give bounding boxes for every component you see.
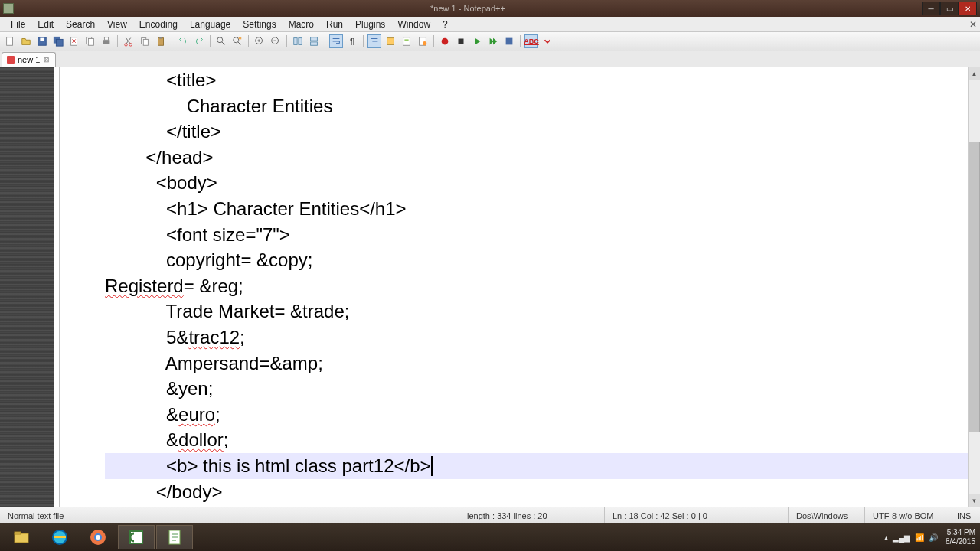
svg-rect-39 [387,38,394,45]
menu-plugins[interactable]: Plugins [349,18,391,31]
menu-help[interactable]: ? [436,18,454,31]
tab-modified-icon [7,56,15,64]
print-icon[interactable] [100,34,113,48]
replace-icon[interactable] [230,34,244,48]
udl-icon[interactable] [384,34,397,48]
app-icon [3,3,14,14]
code-line: </head> [105,145,968,171]
code-line: copyright= &copy; [105,247,968,273]
menu-file[interactable]: File [5,18,31,31]
menu-window[interactable]: Window [391,18,436,31]
toolbar: ¶ ABC [0,32,980,51]
paste-icon[interactable] [154,34,168,48]
copy-icon[interactable] [138,34,152,48]
svg-rect-45 [459,39,464,44]
scroll-thumb[interactable] [969,142,980,432]
zoom-out-icon[interactable] [269,34,283,48]
play-multi-icon[interactable] [486,34,500,48]
redo-icon[interactable] [192,34,206,48]
status-bar: Normal text file length : 334 lines : 20… [0,507,980,523]
find-icon[interactable] [214,34,228,48]
svg-rect-10 [103,40,110,44]
function-list-icon[interactable] [416,34,430,48]
tray-volume-icon[interactable]: 🔊 [929,533,938,542]
record-macro-icon[interactable] [438,34,452,48]
next-misspell-icon[interactable] [541,34,554,48]
tray-network-icon[interactable]: 📶 [915,533,924,542]
wordwrap-icon[interactable] [329,34,343,48]
code-line: Trade Market= &trade; [105,298,968,324]
menu-run[interactable]: Run [320,18,349,31]
code-line: <font size="7"> [105,222,968,248]
code-line: </title> [105,119,968,145]
indent-guide-icon[interactable] [368,34,381,48]
close-button[interactable]: ✕ [959,2,977,15]
svg-point-22 [234,37,239,43]
sync-h-icon[interactable] [307,34,321,48]
editor-area: <title> Character Entities </title> </he… [0,67,980,507]
tray-clock[interactable]: 5:34 PM 8/4/2015 [946,528,975,546]
menu-view[interactable]: View [101,18,133,31]
status-position: Ln : 18 Col : 42 Sel : 0 | 0 [605,507,789,523]
menu-edit[interactable]: Edit [31,18,60,31]
fold-margin [54,67,103,507]
save-macro-icon[interactable] [502,34,516,48]
taskbar-notepadpp[interactable] [156,525,193,549]
svg-rect-41 [404,39,408,41]
save-all-icon[interactable] [51,34,65,48]
close-file-icon[interactable] [67,34,81,48]
taskbar-chrome[interactable] [80,525,116,549]
menu-search[interactable]: Search [60,18,101,31]
code-line: &dollor; [105,427,968,453]
minimize-button[interactable]: ─ [922,2,940,15]
status-eol: Dos\Windows [789,507,865,523]
menu-settings[interactable]: Settings [237,18,282,31]
play-macro-icon[interactable] [470,34,484,48]
close-all-icon[interactable] [83,34,97,48]
save-icon[interactable] [35,34,49,48]
taskbar-camtasia[interactable] [118,525,155,549]
maximize-button[interactable]: ▭ [940,2,959,15]
spellcheck-icon[interactable]: ABC [524,34,538,48]
vertical-scrollbar[interactable]: ▲ ▼ [968,67,980,507]
menu-macro[interactable]: Macro [283,18,320,31]
windows-taskbar: ▴ ▂▄▆ 📶 🔊 5:34 PM 8/4/2015 [0,523,980,551]
svg-rect-30 [294,38,297,45]
zoom-in-icon[interactable] [253,34,266,48]
tray-up-icon[interactable]: ▴ [884,533,888,542]
tray-battery-icon[interactable]: ▂▄▆ [893,533,910,542]
menu-language[interactable]: Language [184,18,237,31]
taskbar-ie[interactable] [41,525,78,549]
cut-icon[interactable] [122,34,136,48]
menu-close-icon[interactable]: ✕ [969,19,977,30]
tab-close-icon[interactable]: ⊠ [43,56,51,64]
code-editor[interactable]: <title> Character Entities </title> </he… [103,67,968,507]
svg-rect-9 [88,39,93,46]
line-number-gutter [0,67,54,507]
open-file-icon[interactable] [19,34,33,48]
code-line: &yen; [105,376,968,402]
doc-map-icon[interactable] [400,34,413,48]
tab-new1[interactable]: new 1 ⊠ [2,52,56,67]
sync-v-icon[interactable] [291,34,305,48]
code-line: <b> this is html class part12</b> [105,453,968,479]
code-line: 5&trac12; [105,324,968,350]
svg-rect-31 [299,38,302,45]
status-length: length : 334 lines : 20 [459,507,605,523]
show-all-chars-icon[interactable]: ¶ [345,34,359,48]
code-line: </body> [105,479,968,505]
stop-macro-icon[interactable] [454,34,468,48]
scroll-up-icon[interactable]: ▲ [969,67,980,80]
svg-line-23 [238,42,241,45]
tray-date: 8/4/2015 [946,537,975,546]
status-mode: INS [949,507,980,523]
new-file-icon[interactable] [3,34,17,48]
tray-time: 5:34 PM [946,528,975,537]
undo-icon[interactable] [176,34,190,48]
svg-point-52 [96,535,100,540]
menu-encoding[interactable]: Encoding [133,18,184,31]
svg-rect-18 [158,38,164,46]
svg-point-43 [423,41,426,45]
taskbar-explorer[interactable] [3,525,40,549]
scroll-down-icon[interactable]: ▼ [969,494,980,507]
